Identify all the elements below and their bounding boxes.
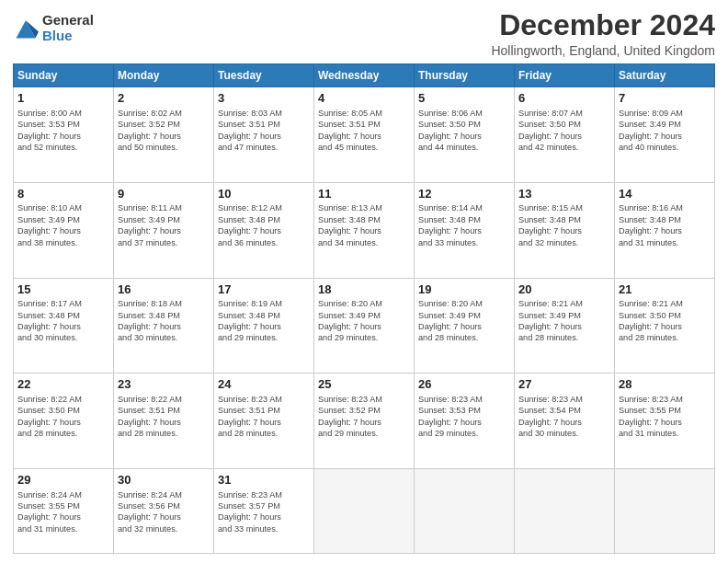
- cell-content: Sunrise: 8:19 AM Sunset: 3:48 PM Dayligh…: [218, 298, 310, 344]
- cell-content: Sunrise: 8:14 AM Sunset: 3:48 PM Dayligh…: [418, 202, 510, 248]
- table-row: 12Sunrise: 8:14 AM Sunset: 3:48 PM Dayli…: [415, 182, 515, 278]
- day-number: 4: [318, 90, 410, 107]
- month-title: December 2024: [491, 9, 715, 41]
- day-number: 23: [118, 376, 210, 393]
- day-number: 8: [17, 186, 109, 202]
- calendar-row-3: 15Sunrise: 8:17 AM Sunset: 3:48 PM Dayli…: [14, 278, 715, 373]
- day-number: 22: [17, 376, 109, 393]
- table-row: 6Sunrise: 8:07 AM Sunset: 3:50 PM Daylig…: [515, 87, 615, 183]
- calendar-row-1: 1Sunrise: 8:00 AM Sunset: 3:53 PM Daylig…: [14, 87, 715, 183]
- header: General Blue December 2024 Hollingworth,…: [13, 9, 715, 58]
- cell-content: Sunrise: 8:11 AM Sunset: 3:49 PM Dayligh…: [118, 202, 210, 248]
- day-number: 7: [619, 90, 711, 107]
- cell-content: Sunrise: 8:03 AM Sunset: 3:51 PM Dayligh…: [218, 108, 310, 154]
- table-row: 4Sunrise: 8:05 AM Sunset: 3:51 PM Daylig…: [314, 87, 415, 183]
- table-row: 25Sunrise: 8:23 AM Sunset: 3:52 PM Dayli…: [314, 373, 415, 469]
- cell-content: Sunrise: 8:16 AM Sunset: 3:48 PM Dayligh…: [619, 202, 711, 248]
- day-number: 27: [518, 376, 610, 393]
- table-row: 31Sunrise: 8:23 AM Sunset: 3:57 PM Dayli…: [214, 469, 314, 554]
- cell-content: Sunrise: 8:23 AM Sunset: 3:53 PM Dayligh…: [418, 394, 510, 440]
- day-number: 1: [17, 90, 109, 107]
- table-row: [314, 469, 415, 554]
- table-row: 27Sunrise: 8:23 AM Sunset: 3:54 PM Dayli…: [515, 373, 615, 469]
- cell-content: Sunrise: 8:13 AM Sunset: 3:48 PM Dayligh…: [318, 202, 410, 248]
- cell-content: Sunrise: 8:20 AM Sunset: 3:49 PM Dayligh…: [318, 298, 410, 344]
- cell-content: Sunrise: 8:21 AM Sunset: 3:49 PM Dayligh…: [518, 298, 610, 344]
- cell-content: Sunrise: 8:24 AM Sunset: 3:55 PM Dayligh…: [17, 489, 109, 535]
- day-number: 16: [118, 282, 210, 298]
- day-number: 11: [318, 186, 410, 202]
- cell-content: Sunrise: 8:02 AM Sunset: 3:52 PM Dayligh…: [118, 108, 210, 154]
- cell-content: Sunrise: 8:17 AM Sunset: 3:48 PM Dayligh…: [17, 298, 109, 344]
- day-number: 29: [17, 472, 109, 488]
- table-row: [415, 469, 515, 554]
- table-row: 14Sunrise: 8:16 AM Sunset: 3:48 PM Dayli…: [615, 182, 715, 278]
- col-friday: Friday: [515, 64, 615, 87]
- logo-general: General: [42, 13, 94, 29]
- calendar-row-2: 8Sunrise: 8:10 AM Sunset: 3:49 PM Daylig…: [14, 182, 715, 278]
- table-row: 11Sunrise: 8:13 AM Sunset: 3:48 PM Dayli…: [314, 182, 415, 278]
- day-number: 14: [619, 186, 711, 202]
- cell-content: Sunrise: 8:15 AM Sunset: 3:48 PM Dayligh…: [518, 202, 610, 248]
- cell-content: Sunrise: 8:23 AM Sunset: 3:55 PM Dayligh…: [619, 394, 711, 440]
- table-row: 7Sunrise: 8:09 AM Sunset: 3:49 PM Daylig…: [615, 87, 715, 183]
- day-number: 31: [218, 472, 310, 488]
- cell-content: Sunrise: 8:21 AM Sunset: 3:50 PM Dayligh…: [619, 298, 711, 344]
- col-saturday: Saturday: [615, 64, 715, 87]
- table-row: [615, 469, 715, 554]
- table-row: 24Sunrise: 8:23 AM Sunset: 3:51 PM Dayli…: [214, 373, 314, 469]
- table-row: 29Sunrise: 8:24 AM Sunset: 3:55 PM Dayli…: [14, 469, 114, 554]
- table-row: 15Sunrise: 8:17 AM Sunset: 3:48 PM Dayli…: [14, 278, 114, 373]
- cell-content: Sunrise: 8:23 AM Sunset: 3:57 PM Dayligh…: [218, 489, 310, 535]
- col-sunday: Sunday: [14, 64, 114, 87]
- day-number: 3: [218, 90, 310, 107]
- day-number: 24: [218, 376, 310, 393]
- table-row: 5Sunrise: 8:06 AM Sunset: 3:50 PM Daylig…: [415, 87, 515, 183]
- cell-content: Sunrise: 8:22 AM Sunset: 3:51 PM Dayligh…: [118, 394, 210, 440]
- calendar-table: Sunday Monday Tuesday Wednesday Thursday…: [13, 63, 715, 554]
- cell-content: Sunrise: 8:05 AM Sunset: 3:51 PM Dayligh…: [318, 108, 410, 154]
- table-row: 13Sunrise: 8:15 AM Sunset: 3:48 PM Dayli…: [515, 182, 615, 278]
- calendar-row-4: 22Sunrise: 8:22 AM Sunset: 3:50 PM Dayli…: [14, 373, 715, 469]
- location: Hollingworth, England, United Kingdom: [491, 43, 715, 58]
- table-row: 20Sunrise: 8:21 AM Sunset: 3:49 PM Dayli…: [515, 278, 615, 373]
- col-monday: Monday: [114, 64, 214, 87]
- table-row: 21Sunrise: 8:21 AM Sunset: 3:50 PM Dayli…: [615, 278, 715, 373]
- logo-text: General Blue: [42, 13, 94, 43]
- cell-content: Sunrise: 8:23 AM Sunset: 3:54 PM Dayligh…: [518, 394, 610, 440]
- day-number: 18: [318, 282, 410, 298]
- table-row: 18Sunrise: 8:20 AM Sunset: 3:49 PM Dayli…: [314, 278, 415, 373]
- cell-content: Sunrise: 8:09 AM Sunset: 3:49 PM Dayligh…: [619, 108, 711, 154]
- table-row: 9Sunrise: 8:11 AM Sunset: 3:49 PM Daylig…: [114, 182, 214, 278]
- day-number: 6: [518, 90, 610, 107]
- day-number: 26: [418, 376, 510, 393]
- day-number: 12: [418, 186, 510, 202]
- table-row: 8Sunrise: 8:10 AM Sunset: 3:49 PM Daylig…: [14, 182, 114, 278]
- cell-content: Sunrise: 8:18 AM Sunset: 3:48 PM Dayligh…: [118, 298, 210, 344]
- day-number: 13: [518, 186, 610, 202]
- day-number: 19: [418, 282, 510, 298]
- cell-content: Sunrise: 8:10 AM Sunset: 3:49 PM Dayligh…: [17, 202, 109, 248]
- cell-content: Sunrise: 8:06 AM Sunset: 3:50 PM Dayligh…: [418, 108, 510, 154]
- table-row: 30Sunrise: 8:24 AM Sunset: 3:56 PM Dayli…: [114, 469, 214, 554]
- day-number: 2: [118, 90, 210, 107]
- table-row: 1Sunrise: 8:00 AM Sunset: 3:53 PM Daylig…: [14, 87, 114, 183]
- table-row: 28Sunrise: 8:23 AM Sunset: 3:55 PM Dayli…: [615, 373, 715, 469]
- table-row: 22Sunrise: 8:22 AM Sunset: 3:50 PM Dayli…: [14, 373, 114, 469]
- day-number: 21: [619, 282, 711, 298]
- col-tuesday: Tuesday: [214, 64, 314, 87]
- table-row: [515, 469, 615, 554]
- table-row: 26Sunrise: 8:23 AM Sunset: 3:53 PM Dayli…: [415, 373, 515, 469]
- day-number: 15: [17, 282, 109, 298]
- day-number: 9: [118, 186, 210, 202]
- day-number: 5: [418, 90, 510, 107]
- logo-blue: Blue: [42, 29, 94, 44]
- cell-content: Sunrise: 8:23 AM Sunset: 3:51 PM Dayligh…: [218, 394, 310, 440]
- cell-content: Sunrise: 8:07 AM Sunset: 3:50 PM Dayligh…: [518, 108, 610, 154]
- table-row: 3Sunrise: 8:03 AM Sunset: 3:51 PM Daylig…: [214, 87, 314, 183]
- day-number: 30: [118, 472, 210, 488]
- cell-content: Sunrise: 8:24 AM Sunset: 3:56 PM Dayligh…: [118, 489, 210, 535]
- table-row: 2Sunrise: 8:02 AM Sunset: 3:52 PM Daylig…: [114, 87, 214, 183]
- table-row: 23Sunrise: 8:22 AM Sunset: 3:51 PM Dayli…: [114, 373, 214, 469]
- table-row: 19Sunrise: 8:20 AM Sunset: 3:49 PM Dayli…: [415, 278, 515, 373]
